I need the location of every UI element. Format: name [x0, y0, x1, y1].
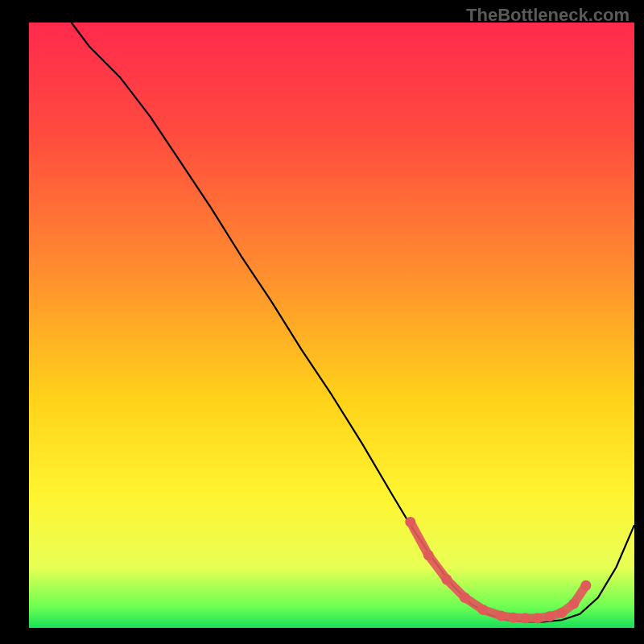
- svg-point-11: [568, 598, 579, 609]
- svg-point-0: [405, 517, 415, 527]
- svg-point-7: [520, 613, 530, 623]
- svg-point-6: [508, 613, 518, 623]
- svg-point-8: [532, 613, 543, 623]
- gradient-background: [29, 23, 634, 628]
- svg-point-3: [460, 592, 470, 603]
- svg-point-12: [580, 580, 591, 591]
- chart-svg: [0, 0, 644, 644]
- chart-container: TheBottleneck.com: [0, 0, 644, 644]
- svg-point-9: [544, 611, 555, 621]
- svg-point-4: [478, 605, 489, 615]
- svg-point-2: [441, 574, 452, 584]
- svg-point-10: [556, 608, 567, 618]
- svg-point-1: [423, 550, 434, 560]
- watermark-text: TheBottleneck.com: [466, 5, 630, 26]
- svg-point-5: [496, 610, 506, 621]
